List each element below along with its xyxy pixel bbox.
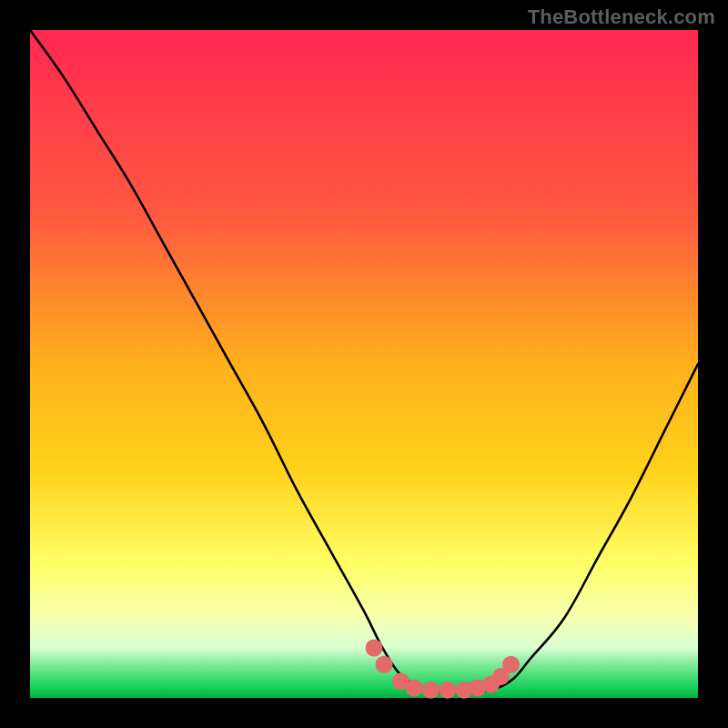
highlight-dot	[439, 682, 456, 699]
bottleneck-chart	[0, 0, 728, 728]
highlight-dot	[502, 656, 520, 673]
highlight-dot	[422, 682, 440, 699]
svg-rect-0	[30, 30, 698, 698]
highlight-dot	[366, 639, 383, 656]
chart-frame: TheBottleneck.com	[0, 0, 728, 728]
highlight-dot	[406, 679, 423, 696]
highlight-dot	[376, 656, 393, 673]
